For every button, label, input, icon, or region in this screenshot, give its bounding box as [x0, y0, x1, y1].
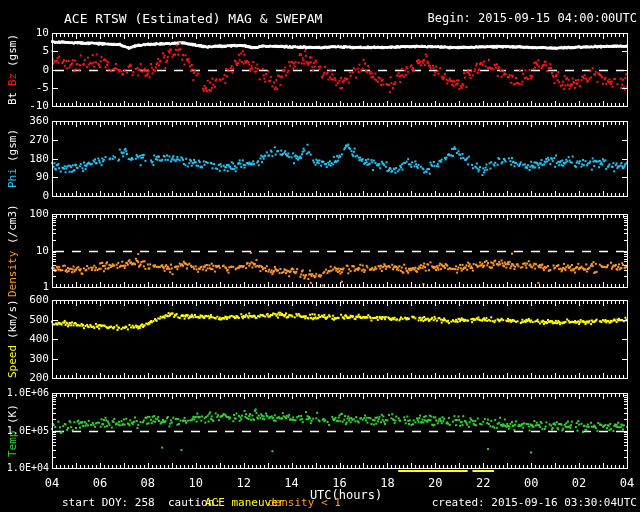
y-tick-label: 0 — [0, 190, 49, 202]
y-axis-label-part: (K) — [4, 401, 22, 427]
x-tick-label: 04 — [610, 476, 640, 490]
x-tick-label: 04 — [35, 476, 69, 490]
x-tick-label: 22 — [466, 476, 500, 490]
y-tick-label: 400 — [0, 333, 49, 345]
plot-canvas — [0, 0, 640, 512]
y-tick-label: 10 — [0, 245, 49, 257]
created-timestamp: created: 2015-09-16 03:30:04UTC — [432, 497, 637, 509]
x-tick-label: 20 — [418, 476, 452, 490]
y-tick-label: 300 — [0, 353, 49, 365]
y-tick-label: 200 — [0, 372, 49, 384]
y-tick-label: 1.0E+06 — [0, 387, 49, 399]
y-tick-label: -5 — [0, 82, 49, 94]
y-tick-label: 1 — [0, 281, 49, 293]
y-tick-label: 100 — [0, 208, 49, 220]
page-title: ACE RTSW (Estimated) MAG & SWEPAM — [64, 11, 322, 26]
x-tick-label: 06 — [83, 476, 117, 490]
y-tick-label: 600 — [0, 294, 49, 306]
y-tick-label: 270 — [0, 134, 49, 146]
caution-density-label: density < 1 — [268, 497, 341, 509]
y-tick-label: 90 — [0, 171, 49, 183]
y-tick-label: 500 — [0, 314, 49, 326]
x-tick-label: 02 — [562, 476, 596, 490]
x-tick-label: 10 — [179, 476, 213, 490]
y-tick-label: 180 — [0, 153, 49, 165]
start-doy-label: start DOY: 258 — [62, 497, 155, 509]
ace-rtsw-plot: ACE RTSW (Estimated) MAG & SWEPAM Begin:… — [0, 0, 640, 512]
y-tick-label: 1.0E+04 — [0, 462, 49, 474]
begin-timestamp: Begin: 2015-09-15 04:00:00UTC — [427, 11, 637, 25]
y-tick-label: 1.0E+05 — [0, 425, 49, 437]
y-tick-label: -10 — [0, 100, 49, 112]
x-tick-label: 12 — [227, 476, 261, 490]
y-tick-label: 0 — [0, 64, 49, 76]
x-tick-label: 00 — [514, 476, 548, 490]
y-tick-label: 5 — [0, 45, 49, 57]
y-tick-label: 360 — [0, 115, 49, 127]
x-tick-label: 08 — [131, 476, 165, 490]
y-tick-label: 10 — [0, 27, 49, 39]
